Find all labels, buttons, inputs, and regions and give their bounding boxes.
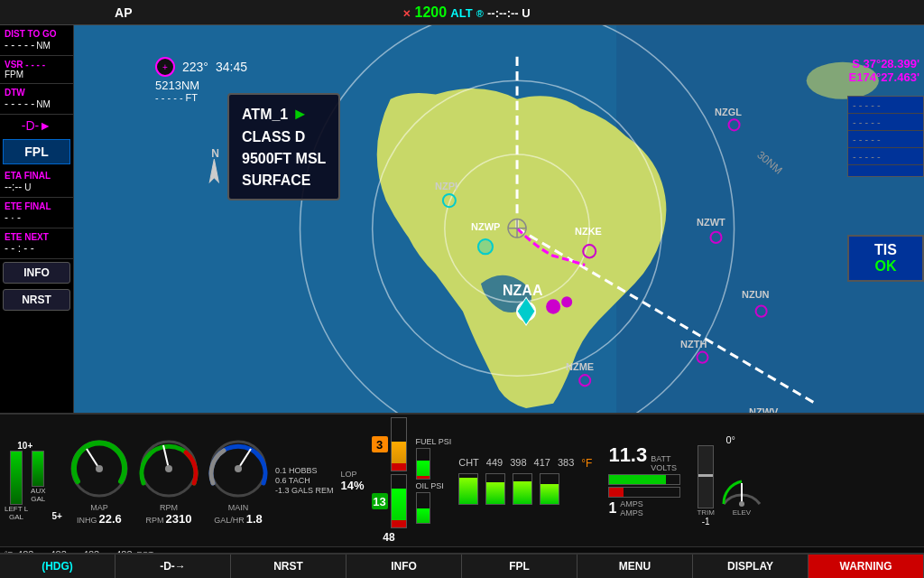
tis-ok-box: TIS OK (847, 235, 924, 282)
rpm-value: 2310 (165, 512, 191, 526)
softkey-display[interactable]: DISPLAY (693, 555, 808, 578)
dashes-display: --:--:-- (487, 6, 522, 20)
batt-bar-green (608, 474, 680, 485)
time-value: 34:45 (216, 60, 247, 74)
alt-indicator: ® (476, 8, 484, 19)
svg-point-28 (96, 465, 103, 472)
battery-section: 11.3 BATT VOLTS 1 AMPS AMPS (608, 443, 680, 517)
softkey-hdg[interactable]: (HDG) (0, 555, 116, 578)
eta-u: U (24, 182, 31, 192)
bottom-panel: 10+ LEFT L GAL AUX GAL (0, 413, 924, 553)
oil-psi-bar (416, 492, 430, 524)
amps-value: 1 (608, 500, 616, 517)
ete-next-label: ETE NEXT (5, 232, 69, 242)
fuel-red-1 (392, 463, 406, 471)
oil-psi-fill (417, 508, 430, 524)
cht-bar-4 (540, 473, 559, 505)
rpm-label: RPM (160, 503, 178, 512)
softkey-fpl[interactable]: FPL (462, 555, 578, 578)
svg-point-34 (235, 465, 242, 472)
lop-value: 14% (340, 479, 364, 492)
cht-val-1: 449 (486, 457, 503, 470)
gals-rem-value: -1.3 GALS REM (275, 486, 334, 495)
batt-value: 11.3 (608, 443, 647, 467)
cht-bar-vert-2 (485, 473, 505, 505)
fuel-badge-1: 3 (372, 436, 388, 452)
fuel-badge-2: 13 (372, 493, 388, 509)
rpm-unit-label: RPM (145, 516, 163, 525)
cht-bars (458, 473, 592, 505)
softkey-menu[interactable]: MENU (578, 555, 693, 578)
fpl-button[interactable]: FPL (3, 139, 70, 164)
instruments-row: 10+ LEFT L GAL AUX GAL (0, 415, 924, 546)
airspace-tooltip: ATM_1 ► CLASS D 9500FT MSL SURFACE (227, 93, 340, 200)
freq-display: ✕ 1200 ALT ® --:--:-- U (238, 5, 696, 21)
trim-num: -1 (702, 517, 710, 527)
cht-bar-2 (485, 473, 505, 505)
trim-slider (698, 445, 714, 508)
dist-to-go-section: DIST TO GO - - - - - NM (0, 25, 73, 56)
cht-val-3: 417 (534, 457, 550, 470)
gal-label: GAL (9, 513, 23, 521)
nzwv-label: NZWV (749, 406, 778, 413)
fuel-psi-bar (416, 448, 430, 480)
nzme-label: NZME (566, 361, 594, 372)
softkey-info[interactable]: INFO (346, 555, 462, 578)
amps-label-2: AMPS (620, 508, 643, 517)
main-gauge: MAIN GAL/HR 1.8 (206, 436, 271, 526)
left-panel: DIST TO GO - - - - - NM VSR - - - - FPM … (0, 25, 74, 413)
softkey-warning[interactable]: WARNING (808, 555, 924, 578)
svg-point-37 (739, 501, 744, 507)
cht-unit: °F (581, 457, 592, 470)
cht-fill-1 (459, 478, 477, 503)
info-button[interactable]: INFO (3, 262, 70, 284)
batt-bar-red (608, 487, 680, 498)
tis-label: TIS (853, 242, 919, 258)
throttle-label-1: 10+ (17, 441, 32, 451)
softkey-nrst[interactable]: NRST (231, 555, 346, 578)
svg-text:N: N (211, 147, 219, 160)
ete-next-value: - - : - - (5, 242, 69, 255)
fuel-psi-red (417, 476, 430, 479)
cht-bar-1 (458, 473, 478, 505)
nzwp-label: NZWP (471, 221, 500, 232)
ap-label: AP (0, 5, 238, 20)
softkey-d-arrow[interactable]: -D-→ (116, 555, 231, 578)
nrst-button[interactable]: NRST (3, 289, 70, 311)
freq-value: 1200 (415, 5, 448, 20)
atm-line4: SURFACE (242, 170, 326, 191)
cht-bar-vert-3 (513, 473, 532, 505)
atm-line1: ATM_1 ► (242, 102, 326, 126)
svg-point-9 (478, 239, 493, 254)
cht-section: CHT 449 398 417 383 °F (458, 457, 592, 505)
cht-bar-vert-1 (458, 473, 478, 505)
throttle-label-2: 5+ (52, 511, 62, 521)
atm-line3: 9500FT MSL (242, 148, 326, 170)
dtw-label: DTW (5, 88, 69, 98)
nzun-label: NZUN (742, 289, 770, 300)
bearing-value: 223° (182, 60, 208, 74)
elev-svg (719, 445, 764, 508)
map-gauge: MAP INHG 22.6 (67, 436, 132, 526)
d-arrow: -D-► (0, 115, 73, 136)
info-box-tr: - - - - - - - - - - - - - - - - - - - - (847, 96, 924, 177)
lon-value: E174°27.463' (849, 70, 919, 84)
fuel-badge-row: 3 (372, 417, 407, 471)
lat-value: S 37°28.399' (849, 57, 919, 70)
info-dash-1: - - - - - (848, 97, 923, 114)
batt-label-1: BATT (651, 454, 677, 463)
main-value: 1.8 (246, 512, 263, 526)
map-area: N + 223° 34:45 5213NM - - - - - FT S 37° (74, 25, 924, 413)
map-label: MAP (90, 503, 108, 512)
amps-row: 1 AMPS AMPS (608, 499, 680, 517)
trim-section: 0° TRIM -1 (697, 434, 764, 527)
vsr-unit: FPM (5, 70, 69, 79)
cht-header: CHT 449 398 417 383 °F (458, 457, 592, 470)
psi-bars: FUEL PSI OIL PSI (416, 437, 452, 524)
cht-fill-3 (513, 481, 531, 504)
nzaa-label: NZAA (503, 283, 542, 299)
eta-section: ETA FINAL --:-- U (0, 167, 73, 198)
cht-val-4: 383 (558, 457, 574, 470)
ete-next-section: ETE NEXT - - : - - (0, 228, 73, 259)
map-value: 22.6 (99, 512, 122, 526)
